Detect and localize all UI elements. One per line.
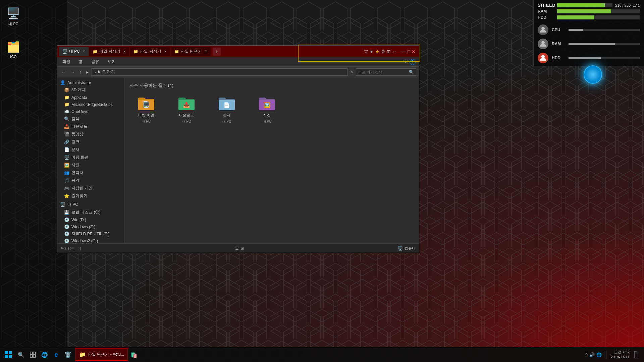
taskbar-explorer-icon: 📁 — [79, 351, 86, 358]
taskbar-search-btn[interactable]: 🔍 — [15, 349, 27, 361]
taskbar-browser-btn[interactable]: 🌐 — [39, 349, 50, 361]
ram-row: RAM — [538, 9, 640, 14]
refresh-btn[interactable]: ↻ — [350, 70, 354, 74]
sidebar-item-docs[interactable]: 📄 문서 — [57, 146, 124, 154]
menu-view[interactable]: 보기 — [106, 58, 117, 65]
sidebar-item-d[interactable]: 💿 Win (D:) — [57, 216, 124, 223]
list-view-btn[interactable]: ☰ — [235, 246, 239, 251]
taskbar-right: ^ 🔊 🌐 오전 7:52 2018-11-11 — [586, 350, 642, 360]
svg-text:🖼️: 🖼️ — [264, 102, 270, 108]
sidebar-item-appdata[interactable]: 📁 AppData — [57, 94, 124, 101]
toolbar-grid-btn[interactable]: ⊞ — [387, 49, 391, 54]
desktop-icon-mypc[interactable]: 🖥️ 내 PC — [3, 7, 23, 26]
show-desktop-btn[interactable] — [632, 351, 639, 358]
task-view-btn[interactable] — [27, 349, 39, 361]
sidebar-item-e[interactable]: 💿 Windows (E:) — [57, 223, 124, 230]
sidebar-item-mypc-group[interactable]: 🖥️ 내 PC — [57, 201, 124, 208]
tab-explorer1-close[interactable]: ✕ — [123, 50, 126, 53]
sidebar-item-f[interactable]: 💿 SHIELD PE UTIL (F:) — [57, 230, 124, 237]
tab-mypc-close[interactable]: ✕ — [83, 50, 85, 53]
sidebar-item-music[interactable]: 🎵 음악 — [57, 177, 124, 184]
folder-downloads[interactable]: 📥 다운로드 내 PC — [170, 94, 203, 127]
cpu-avatar — [538, 24, 548, 35]
systray-sound-icon[interactable]: 🔊 — [589, 352, 595, 357]
taskbar-trash-btn[interactable]: 🗑️ — [62, 349, 74, 361]
minimize-btn[interactable]: — — [401, 49, 406, 55]
systray-expand-btn[interactable]: ^ — [586, 352, 588, 357]
toolbar-star-btn[interactable]: ★ — [375, 49, 380, 54]
search-folder-icon: 🔍 — [64, 116, 69, 121]
sidebar-item-search[interactable]: 🔍 검색 — [57, 115, 124, 123]
explorer-window: 🖥️ 내 PC ✕ 📁 파일 탐색기 ✕ 📁 파일 탐색기 ✕ 📁 파일 탐색기… — [57, 45, 419, 253]
menu-file[interactable]: 파일 — [61, 58, 72, 65]
taskbar-store-btn[interactable]: 🛍️ — [128, 349, 140, 361]
close-btn[interactable]: ✕ — [412, 49, 416, 54]
sidebar-item-desktop[interactable]: 🖥️ 바탕 화면 — [57, 154, 124, 161]
main-pane: 자주 사용하는 폴더 (4) 🖥️ 바탕 화면 내 PC — [124, 77, 419, 243]
taskbar: 🔍 🌐 e 🗑️ 📁 파일 탐색기 - Actu... 🛍️ ^ 🔊 🌐 오전 … — [0, 347, 644, 362]
tab-explorer3[interactable]: 📁 파일 탐색기 ✕ — [171, 47, 211, 56]
grid-view-btn[interactable]: ⊞ — [240, 246, 244, 251]
search-icon: 🔍 — [409, 70, 414, 74]
sidebar-item-links[interactable]: 🔗 링크 — [57, 138, 124, 146]
sidebar-item-g[interactable]: 💿 Windows2 (G:) — [57, 237, 124, 243]
menu-home[interactable]: 홈 — [77, 58, 85, 65]
recent-btn[interactable]: ▸ — [85, 69, 90, 75]
toolbar-resize-btn[interactable]: ↔ — [392, 49, 397, 54]
g-drive-icon: 💿 — [64, 238, 69, 243]
ram-bar-bg — [557, 9, 640, 13]
mypc-group-label: 내 PC — [67, 202, 78, 207]
taskbar-edge-btn[interactable]: e — [50, 349, 62, 361]
c-drive-icon: 💾 — [64, 210, 69, 215]
tab-explorer2-close[interactable]: ✕ — [164, 50, 167, 53]
forward-btn[interactable]: → — [69, 69, 76, 75]
f-drive-icon: 💿 — [64, 231, 69, 236]
sidebar-item-contacts[interactable]: 👥 연락처 — [57, 169, 124, 177]
folder-documents[interactable]: 📄 문서 내 PC — [210, 94, 244, 127]
sidebar-item-3d[interactable]: 📦 3D 개체 — [57, 86, 124, 94]
hdd-avatar — [538, 53, 548, 63]
downloads-label: 다운로드 — [71, 124, 88, 129]
ram-detail-row: RAM — [538, 39, 640, 49]
contacts-label: 연락처 — [71, 170, 84, 176]
desktop-icon-ico[interactable]: 🗂️ ICO — [3, 40, 23, 59]
sidebar-item-msedge[interactable]: 📁 MicrosoftEdgeBackups — [57, 101, 124, 108]
tab-explorer3-close[interactable]: ✕ — [205, 50, 207, 53]
sidebar-item-downloads[interactable]: 📥 다운로드 — [57, 123, 124, 130]
tab-explorer1[interactable]: 📁 파일 탐색기 ✕ — [89, 47, 129, 56]
hdd-detail-label: HDD — [552, 56, 565, 60]
sysmon-detail: CPU RAM HDD — [533, 22, 644, 66]
tab-bar: 🖥️ 내 PC ✕ 📁 파일 탐색기 ✕ 📁 파일 탐색기 ✕ 📁 파일 탐색기… — [57, 46, 419, 57]
tab-explorer2[interactable]: 📁 파일 탐색기 ✕ — [130, 47, 170, 56]
sidebar-item-savegame[interactable]: 🎮 저장된 게임 — [57, 184, 124, 192]
downloads-icon: 📥 — [64, 124, 69, 129]
ram-bar — [557, 9, 611, 13]
toolbar-gear-btn[interactable]: ⚙ — [381, 49, 385, 54]
sidebar-item-onedrive[interactable]: ☁️ OneDrive — [57, 108, 124, 115]
toolbar-collapse-btn[interactable]: ▽ — [364, 49, 368, 54]
sidebar-item-admin[interactable]: 👤 Administrator — [57, 79, 124, 86]
systray-network-icon[interactable]: 🌐 — [596, 352, 602, 357]
add-tab-button[interactable]: + — [213, 48, 221, 56]
folder-pictures[interactable]: 🖼️ 사진 내 PC — [250, 94, 284, 127]
svg-rect-13 — [5, 351, 8, 354]
sidebar-item-favorites[interactable]: ⭐ 즐겨찾기 — [57, 192, 124, 200]
menu-expand-btn[interactable]: ▼ — [404, 60, 408, 64]
window-controls: ▽ ▼ ★ ⚙ ⊞ ↔ — □ ✕ — [364, 49, 417, 55]
help-btn[interactable]: ? — [410, 59, 416, 65]
start-button[interactable] — [2, 348, 15, 361]
tab-mypc[interactable]: 🖥️ 내 PC ✕ — [59, 47, 89, 56]
taskbar-time[interactable]: 오전 7:52 2018-11-11 — [611, 350, 630, 360]
back-btn[interactable]: ← — [60, 69, 67, 75]
folder-desktop[interactable]: 🖥️ 바탕 화면 내 PC — [129, 94, 163, 127]
toolbar-pin-btn[interactable]: ▼ — [369, 49, 374, 54]
address-path[interactable]: ▸ 바로 가기 — [92, 68, 348, 76]
sidebar-item-videos[interactable]: 🎬 동영상 — [57, 130, 124, 138]
sidebar-item-c[interactable]: 💾 로컬 디스크 (C:) — [57, 208, 124, 216]
menu-share[interactable]: 공유 — [90, 58, 101, 65]
maximize-btn[interactable]: □ — [408, 49, 410, 54]
up-btn[interactable]: ↑ — [78, 69, 83, 75]
sidebar-item-photos[interactable]: 🖼️ 사진 — [57, 161, 124, 169]
taskbar-explorer-app[interactable]: 📁 파일 탐색기 - Actu... — [75, 348, 128, 361]
search-input[interactable] — [358, 70, 408, 74]
